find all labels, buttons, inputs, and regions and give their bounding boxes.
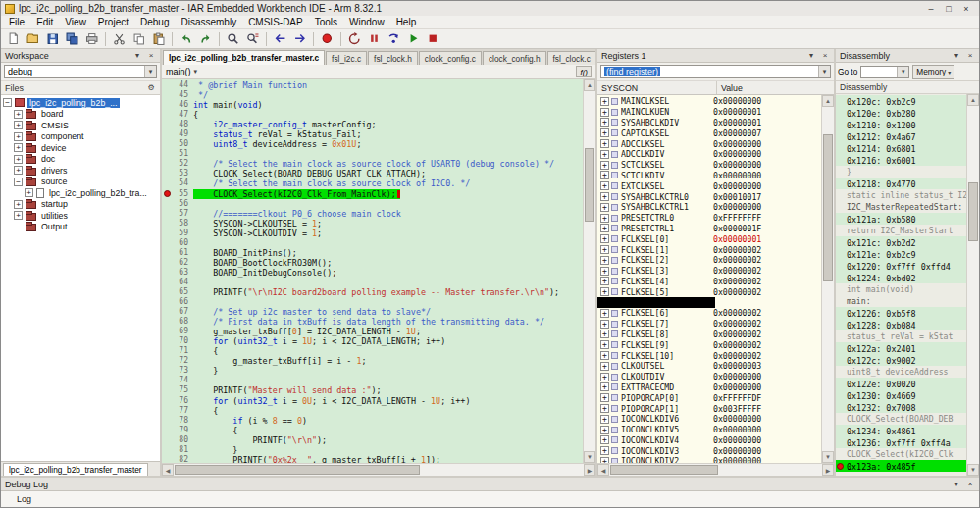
code-line[interactable]: 64 bbox=[162, 278, 583, 287]
disassembly-close-icon[interactable]: × bbox=[965, 51, 975, 60]
expander-icon[interactable]: + bbox=[25, 188, 33, 197]
expander-icon[interactable]: + bbox=[14, 200, 23, 209]
toggle-breakpoint-icon[interactable] bbox=[318, 30, 336, 47]
menu-item-help[interactable]: Help bbox=[390, 17, 423, 27]
breakpoint-margin[interactable] bbox=[162, 317, 173, 327]
function-list-icon[interactable]: f() bbox=[576, 66, 592, 77]
breakpoint-margin[interactable] bbox=[162, 278, 173, 287]
disassembly-row[interactable]: CLOCK_Select(kI2C0_Clk bbox=[836, 448, 966, 460]
expand-icon[interactable]: + bbox=[600, 203, 609, 212]
register-row[interactable]: +ADCCLKDIV0x00000000 bbox=[597, 149, 821, 160]
breakpoint-margin[interactable] bbox=[162, 268, 173, 278]
expander-icon[interactable]: + bbox=[14, 132, 23, 141]
disassembly-row[interactable]: 0x122a: 0x2401 bbox=[836, 342, 966, 354]
code-line[interactable]: 51 bbox=[162, 149, 583, 159]
tree-item-cmsis[interactable]: +CMSIS bbox=[1, 120, 160, 131]
scroll-down-icon[interactable]: ▼ bbox=[822, 451, 834, 463]
register-row[interactable]: +CAPTCLKSEL0x00000007 bbox=[597, 127, 821, 138]
expander-icon[interactable]: + bbox=[14, 155, 23, 164]
code-line[interactable]: 72 g_master_txBuff[i] = i - 1; bbox=[162, 356, 583, 366]
copy-icon[interactable] bbox=[129, 30, 148, 47]
scroll-up-icon[interactable]: ▲ bbox=[584, 79, 595, 91]
breakpoint-margin[interactable] bbox=[162, 229, 173, 238]
register-row[interactable]: +FCLKSEL[0]0x00000001 bbox=[597, 233, 821, 244]
register-row[interactable]: +FCLKSEL[4]0x00000002 bbox=[597, 277, 821, 287]
expand-icon[interactable]: + bbox=[600, 415, 609, 424]
code-line[interactable]: 58 SYSCON->CLKOUTSEL = 1; bbox=[162, 219, 583, 229]
debug-log-tab[interactable]: Log bbox=[17, 494, 31, 504]
disassembly-menu-icon[interactable]: ▾ bbox=[952, 51, 961, 60]
breakpoint-margin[interactable] bbox=[162, 426, 173, 435]
editor-tab-lpc-i2c-polling-b2b-transfer-master-c[interactable]: lpc_i2c_polling_b2b_transfer_master.c bbox=[163, 50, 325, 65]
scroll-left-icon[interactable]: ◀ bbox=[162, 464, 174, 476]
expand-icon[interactable]: + bbox=[600, 382, 609, 391]
disassembly-row[interactable]: 0x1220: 0xf7ff 0xffd4 bbox=[836, 260, 966, 272]
disassembly-row[interactable]: static inline status_t I2C bbox=[836, 189, 966, 201]
memory-button[interactable]: Memory ▾ bbox=[912, 65, 954, 79]
register-row[interactable]: +FCLKSEL[3]0x00000002 bbox=[597, 266, 821, 277]
code-line[interactable]: 44 * @brief Main function bbox=[162, 80, 583, 90]
disassembly-row[interactable]: } bbox=[836, 166, 966, 178]
disassembly-row[interactable]: 0x1230: 0x4669 bbox=[836, 389, 966, 401]
expand-icon[interactable]: + bbox=[600, 330, 609, 338]
open-file-icon[interactable] bbox=[24, 30, 42, 47]
breakpoint-margin[interactable] bbox=[162, 346, 173, 356]
go-icon[interactable] bbox=[404, 30, 423, 47]
breakpoint-margin[interactable] bbox=[162, 238, 173, 248]
code-line[interactable]: 77 { bbox=[162, 406, 583, 416]
code-line[interactable]: 61 BOARD_InitPins(); bbox=[162, 248, 583, 258]
expander-icon[interactable]: + bbox=[14, 211, 23, 220]
expand-icon[interactable]: + bbox=[600, 267, 609, 276]
breakpoint-margin[interactable] bbox=[162, 149, 173, 159]
expand-icon[interactable]: + bbox=[600, 256, 609, 265]
editor-tab-clock-config-h[interactable]: clock_config.h bbox=[483, 51, 546, 65]
code-line[interactable]: 81 } bbox=[162, 445, 583, 455]
code-line[interactable]: 50 uint8_t deviceAddress = 0x01U; bbox=[162, 139, 583, 149]
navigate-back-icon[interactable] bbox=[271, 30, 289, 47]
breakpoint-margin[interactable] bbox=[162, 248, 173, 258]
disassembly-row[interactable]: 0x121c: 0xb2d2 bbox=[836, 236, 966, 248]
gear-icon[interactable]: ⚙ bbox=[146, 83, 156, 92]
minimize-button[interactable]: – bbox=[922, 4, 940, 14]
register-row[interactable]: +IOCONCLKDIV60x00000000 bbox=[597, 414, 821, 425]
cut-icon[interactable] bbox=[110, 30, 129, 47]
scroll-right-icon[interactable]: ▶ bbox=[822, 464, 834, 476]
disassembly-row[interactable]: return I2C_MasterStart bbox=[836, 225, 966, 236]
register-row[interactable]: +FCLKSEL[9]0x00000002 bbox=[597, 339, 821, 350]
paste-icon[interactable] bbox=[149, 30, 168, 47]
editor-tab-fsl-clock-c[interactable]: fsl_clock.c bbox=[547, 51, 595, 65]
breakpoint-margin[interactable] bbox=[162, 385, 173, 395]
disassembly-row[interactable]: uint8_t deviceAddress bbox=[836, 366, 966, 378]
register-row[interactable]: +SYSAHBCLKDIV0x00000001 bbox=[597, 118, 821, 128]
expand-icon[interactable]: + bbox=[600, 171, 609, 179]
register-group-header[interactable]: SYSCON bbox=[597, 81, 717, 94]
register-row[interactable]: +CLKOUTDIV0x00000000 bbox=[597, 372, 821, 382]
code-line[interactable]: 70 for (uint32_t i = 1U; i < I2C_DATA_LE… bbox=[162, 336, 583, 346]
editor-hscrollbar[interactable]: ◀ ▶ bbox=[162, 463, 595, 476]
scrollbar-thumb[interactable] bbox=[968, 182, 978, 241]
disassembly-row[interactable]: 0x122c: 0x9002 bbox=[836, 354, 966, 366]
disassembly-row[interactable]: 0x121e: 0xb2c9 bbox=[836, 248, 966, 260]
registers-menu-icon[interactable]: ▾ bbox=[806, 51, 816, 60]
register-row[interactable]: +MAINCLKSEL0x00000000 bbox=[597, 96, 821, 107]
disassembly-row[interactable]: 0x1228: 0xb084 bbox=[836, 319, 966, 330]
disassembly-row[interactable]: 0x1232: 0x7008 bbox=[836, 401, 966, 413]
register-row[interactable]: +IOCONCLKDIV40x00000000 bbox=[597, 435, 821, 446]
code-line[interactable]: 52 /* Select the main clock as source cl… bbox=[162, 159, 583, 169]
save-all-icon[interactable] bbox=[63, 30, 81, 47]
menu-item-view[interactable]: View bbox=[59, 17, 92, 27]
code-line[interactable]: 62 BOARD_BootClockFRO30M(); bbox=[162, 258, 583, 268]
disassembly-row[interactable]: 0x1214: 0x6801 bbox=[836, 142, 966, 154]
register-row[interactable]: +PRESETCTRL10x0000001F bbox=[597, 224, 821, 234]
register-row[interactable]: +FCLKSEL[2]0x00000002 bbox=[597, 255, 821, 266]
code-line[interactable]: 60 bbox=[162, 238, 583, 248]
scroll-up-icon[interactable]: ▲ bbox=[967, 94, 979, 106]
expand-icon[interactable]: + bbox=[600, 181, 609, 190]
tree-item-lpc-i2c-polling-b2b-[interactable]: −lpc_i2c_polling_b2b_... bbox=[1, 97, 160, 109]
expand-icon[interactable]: + bbox=[600, 287, 609, 296]
disassembly-row[interactable]: 0x121a: 0xb580 bbox=[836, 213, 966, 225]
code-line[interactable]: 78 if (i % 8 == 0) bbox=[162, 416, 583, 426]
register-row[interactable]: +SCTCLKSEL0x00000000 bbox=[597, 160, 821, 171]
expand-icon[interactable]: + bbox=[600, 150, 609, 159]
breakpoint-margin[interactable] bbox=[162, 110, 173, 120]
